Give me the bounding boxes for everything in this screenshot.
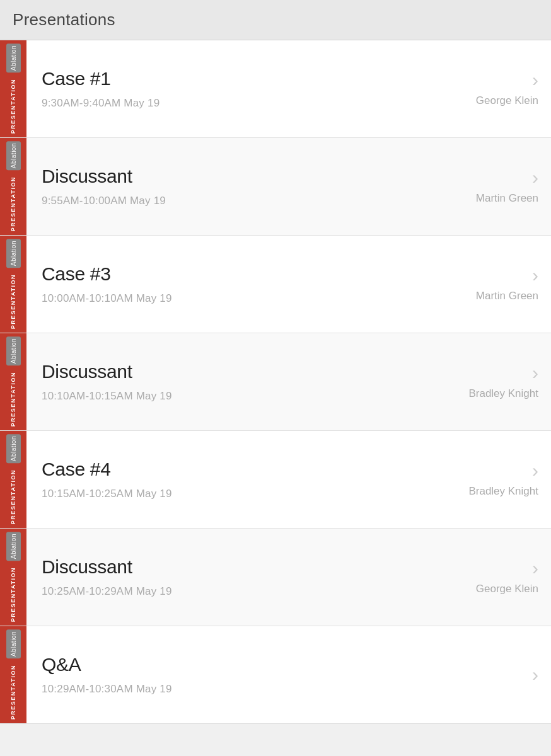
item-right: › Martin Green [425, 138, 551, 235]
item-time: 10:29AM-10:30AM May 19 [42, 683, 412, 696]
presentation-item[interactable]: Ablation PRESENTATION Discussant 10:10AM… [0, 333, 551, 431]
side-label: Ablation PRESENTATION [0, 626, 26, 723]
item-time: 10:25AM-10:29AM May 19 [42, 585, 412, 598]
item-title: Discussant [42, 166, 412, 187]
item-right: › Bradley Knight [425, 333, 551, 430]
page-header: Presentations [0, 0, 551, 40]
item-time: 10:15AM-10:25AM May 19 [42, 488, 412, 500]
ablation-tag: Ablation [6, 629, 21, 658]
ablation-tag: Ablation [6, 141, 21, 170]
item-right: › Martin Green [425, 236, 551, 333]
chevron-right-icon: › [532, 168, 538, 187]
presentation-item[interactable]: Ablation PRESENTATION Discussant 9:55AM-… [0, 138, 551, 236]
item-time: 10:10AM-10:15AM May 19 [42, 390, 412, 403]
chevron-right-icon: › [532, 461, 538, 480]
item-time: 10:00AM-10:10AM May 19 [42, 292, 412, 305]
ablation-tag: Ablation [6, 434, 21, 463]
item-time: 9:30AM-9:40AM May 19 [42, 97, 412, 110]
item-right: › George Klein [425, 529, 551, 626]
item-speaker: Martin Green [476, 290, 538, 302]
presentations-list: Ablation PRESENTATION Case #1 9:30AM-9:4… [0, 40, 551, 724]
ablation-tag: Ablation [6, 239, 21, 268]
item-title: Q&A [42, 654, 412, 675]
presentation-item[interactable]: Ablation PRESENTATION Case #4 10:15AM-10… [0, 431, 551, 529]
item-content: Q&A 10:29AM-10:30AM May 19 [26, 626, 425, 723]
item-content: Discussant 9:55AM-10:00AM May 19 [26, 138, 425, 235]
item-title: Discussant [42, 556, 412, 578]
chevron-right-icon: › [532, 71, 538, 89]
presentation-label: PRESENTATION [11, 665, 16, 719]
side-label: Ablation PRESENTATION [0, 529, 26, 626]
item-right: › Bradley Knight [425, 431, 551, 528]
presentation-label: PRESENTATION [11, 79, 16, 134]
chevron-right-icon: › [532, 665, 538, 684]
presentation-label: PRESENTATION [11, 469, 16, 524]
item-content: Discussant 10:25AM-10:29AM May 19 [26, 529, 425, 626]
item-speaker: George Klein [476, 583, 538, 595]
presentation-label: PRESENTATION [11, 567, 16, 622]
side-label: Ablation PRESENTATION [0, 138, 26, 235]
item-speaker: Martin Green [476, 192, 538, 205]
item-speaker: George Klein [476, 94, 538, 107]
side-label: Ablation PRESENTATION [0, 333, 26, 430]
item-title: Case #1 [42, 68, 412, 89]
page-title: Presentations [13, 10, 538, 30]
item-right: › George Klein [425, 40, 551, 137]
presentation-item[interactable]: Ablation PRESENTATION Discussant 10:25AM… [0, 529, 551, 626]
item-title: Case #3 [42, 263, 412, 285]
side-label: Ablation PRESENTATION [0, 236, 26, 333]
presentation-item[interactable]: Ablation PRESENTATION Case #1 9:30AM-9:4… [0, 40, 551, 138]
item-right: › [425, 626, 551, 723]
presentation-label: PRESENTATION [11, 176, 16, 231]
chevron-right-icon: › [532, 559, 538, 578]
chevron-right-icon: › [532, 364, 538, 382]
presentation-label: PRESENTATION [11, 274, 16, 329]
item-content: Case #4 10:15AM-10:25AM May 19 [26, 431, 425, 528]
item-content: Discussant 10:10AM-10:15AM May 19 [26, 333, 425, 430]
side-label: Ablation PRESENTATION [0, 40, 26, 137]
presentation-item[interactable]: Ablation PRESENTATION Case #3 10:00AM-10… [0, 236, 551, 333]
ablation-tag: Ablation [6, 336, 21, 365]
item-title: Discussant [42, 361, 412, 382]
item-time: 9:55AM-10:00AM May 19 [42, 195, 412, 207]
ablation-tag: Ablation [6, 43, 21, 72]
item-content: Case #1 9:30AM-9:40AM May 19 [26, 40, 425, 137]
chevron-right-icon: › [532, 266, 538, 285]
ablation-tag: Ablation [6, 532, 21, 561]
item-title: Case #4 [42, 459, 412, 480]
item-speaker: Bradley Knight [468, 387, 538, 400]
item-speaker: Bradley Knight [468, 485, 538, 498]
presentation-label: PRESENTATION [11, 372, 16, 427]
presentation-item[interactable]: Ablation PRESENTATION Q&A 10:29AM-10:30A… [0, 626, 551, 724]
item-content: Case #3 10:00AM-10:10AM May 19 [26, 236, 425, 333]
side-label: Ablation PRESENTATION [0, 431, 26, 528]
